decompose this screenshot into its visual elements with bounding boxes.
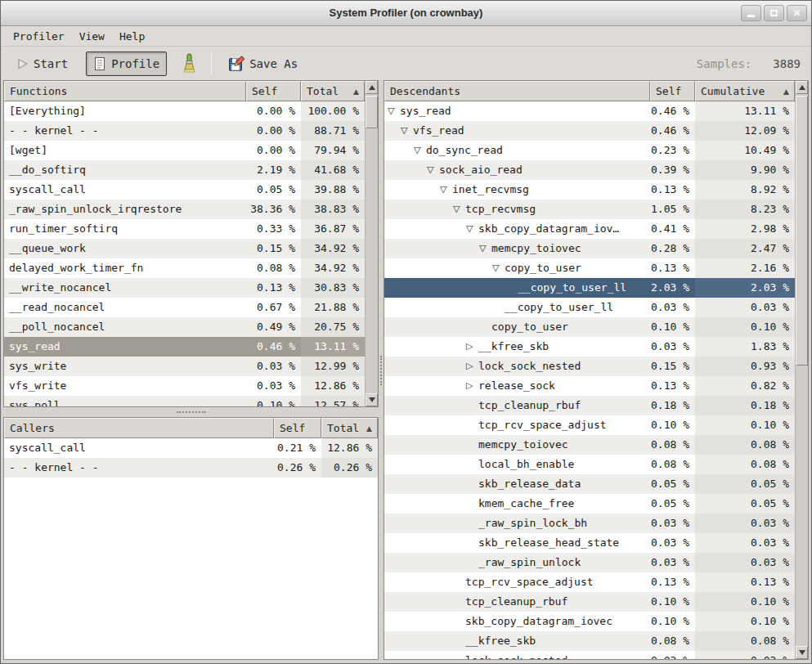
- table-row[interactable]: sys_write0.03 %12.99 %: [4, 357, 365, 376]
- tree-row[interactable]: _raw_spin_unlock0.03 %0.03 %: [384, 553, 795, 572]
- scroll-up-button[interactable]: [366, 81, 378, 94]
- profile-button[interactable]: Profile: [86, 52, 167, 76]
- expander-closed-icon[interactable]: ▷: [466, 376, 478, 396]
- tree-row[interactable]: ▽copy_to_user0.13 %2.16 %: [384, 258, 795, 278]
- table-row[interactable]: - - kernel - -0.00 %88.71 %: [4, 121, 365, 141]
- function-name-cell: __do_softirq: [4, 160, 246, 180]
- menu-profiler[interactable]: Profiler: [6, 29, 72, 44]
- table-row[interactable]: delayed_work_timer_fn0.08 %34.92 %: [4, 258, 365, 278]
- callers-header[interactable]: Callers: [4, 418, 274, 438]
- table-row[interactable]: __poll_nocancel0.49 %20.75 %: [4, 317, 365, 337]
- table-row[interactable]: __queue_work0.15 %34.92 %: [4, 239, 365, 258]
- tree-row[interactable]: ▽memcpy_toiovec0.28 %2.47 %: [384, 239, 795, 258]
- table-row[interactable]: syscall_call0.21 %12.86 %: [4, 438, 378, 458]
- tree-row[interactable]: tcp_cleanup_rbuf0.18 %0.18 %: [384, 396, 795, 415]
- expander-open-icon[interactable]: ▽: [388, 101, 400, 121]
- maximize-button[interactable]: [764, 5, 784, 21]
- scroll-down-button[interactable]: [796, 646, 808, 659]
- menu-help[interactable]: Help: [112, 29, 152, 44]
- cumulative-value: 2.47 %: [695, 239, 795, 258]
- expander-open-icon[interactable]: ▽: [453, 200, 465, 219]
- tree-row[interactable]: ▷lock_sock_nested0.15 %0.93 %: [384, 357, 795, 376]
- table-row[interactable]: [wget]0.00 %79.94 %: [4, 141, 365, 160]
- descendants-self-header[interactable]: Self: [650, 81, 695, 101]
- tree-row[interactable]: ▽skb_copy_datagram_iov…0.41 %2.98 %: [384, 219, 795, 239]
- expander-spacer: [466, 533, 478, 553]
- tree-row[interactable]: __kfree_skb0.08 %0.08 %: [384, 631, 795, 651]
- function-name-cell: memcpy_toiovec: [384, 435, 650, 455]
- tree-row[interactable]: skb_release_head_state0.03 %0.03 %: [384, 533, 795, 553]
- tree-row[interactable]: __copy_to_user_ll0.03 %0.03 %: [384, 298, 795, 317]
- functions-total-header[interactable]: Total▲: [301, 81, 365, 101]
- table-row[interactable]: _raw_spin_unlock_irqrestore38.36 %38.83 …: [4, 200, 365, 219]
- function-name: __kfree_skb: [478, 337, 549, 357]
- function-name: memcpy_toiovec: [478, 435, 568, 455]
- titlebar[interactable]: System Profiler (on crownbay) ✕: [1, 1, 811, 26]
- tree-row[interactable]: ▽sock_aio_read0.39 %9.90 %: [384, 160, 795, 180]
- descendants-cumulative-header[interactable]: Cumulative▲: [695, 81, 795, 101]
- sort-arrow-icon: ▲: [350, 87, 359, 96]
- expander-open-icon[interactable]: ▽: [414, 141, 426, 160]
- tree-row[interactable]: tcp_rcv_space_adjust0.10 %0.10 %: [384, 415, 795, 435]
- functions-self-header[interactable]: Self: [246, 81, 301, 101]
- functions-scrollbar[interactable]: [365, 81, 378, 406]
- scroll-up-button[interactable]: [796, 81, 808, 94]
- expander-open-icon[interactable]: ▽: [401, 121, 413, 141]
- tree-row[interactable]: __copy_to_user_ll2.03 %2.03 %: [384, 278, 795, 298]
- scrollbar-thumb[interactable]: [366, 96, 378, 128]
- tree-row[interactable]: skb_copy_datagram_iovec0.10 %0.10 %: [384, 612, 795, 631]
- functions-header[interactable]: Functions: [4, 81, 246, 101]
- table-row[interactable]: sys_poll0.10 %12.57 %: [4, 396, 365, 406]
- descendants-scrollbar[interactable]: [795, 81, 808, 659]
- arrow-down-icon: [799, 650, 805, 655]
- expander-closed-icon[interactable]: ▷: [466, 357, 478, 376]
- self-value: 0.00 %: [246, 141, 301, 160]
- table-row[interactable]: run_timer_softirq0.33 %36.87 %: [4, 219, 365, 239]
- expander-open-icon[interactable]: ▽: [440, 180, 452, 200]
- tree-row[interactable]: ▽do_sync_read0.23 %10.49 %: [384, 141, 795, 160]
- menu-view[interactable]: View: [72, 29, 112, 44]
- tree-row[interactable]: copy_to_user0.10 %0.10 %: [384, 317, 795, 337]
- table-row[interactable]: [Everything]0.00 %100.00 %: [4, 101, 365, 121]
- tree-row[interactable]: ▷release_sock0.13 %0.82 %: [384, 376, 795, 396]
- expander-open-icon[interactable]: ▽: [427, 160, 439, 180]
- tree-row[interactable]: lock_sock_nested0.03 %0.03 %: [384, 651, 795, 659]
- tree-row[interactable]: ▽tcp_recvmsg1.05 %8.23 %: [384, 200, 795, 219]
- expander-open-icon[interactable]: ▽: [466, 219, 478, 239]
- reset-button[interactable]: [173, 49, 204, 79]
- callers-self-header[interactable]: Self: [274, 418, 321, 438]
- table-row[interactable]: __do_softirq2.19 %41.68 %: [4, 160, 365, 180]
- tree-row[interactable]: memcpy_toiovec0.08 %0.08 %: [384, 435, 795, 455]
- tree-row[interactable]: ▽vfs_read0.46 %12.09 %: [384, 121, 795, 141]
- close-button[interactable]: ✕: [787, 5, 807, 21]
- table-row[interactable]: - - kernel - -0.26 %0.26 %: [4, 458, 378, 478]
- save-as-button[interactable]: Save As: [222, 52, 304, 76]
- expander-closed-icon[interactable]: ▷: [466, 337, 478, 357]
- start-button[interactable]: Start: [10, 53, 74, 74]
- tree-row[interactable]: skb_release_data0.05 %0.05 %: [384, 474, 795, 494]
- tree-row[interactable]: tcp_rcv_space_adjust0.13 %0.13 %: [384, 572, 795, 592]
- table-row[interactable]: __write_nocancel0.13 %30.83 %: [4, 278, 365, 298]
- callers-total-header[interactable]: Total▲: [321, 418, 378, 438]
- tree-row[interactable]: local_bh_enable0.08 %0.08 %: [384, 455, 795, 474]
- cumulative-value: 0.18 %: [695, 396, 795, 415]
- self-value: 0.13 %: [650, 376, 695, 396]
- minimize-button[interactable]: [741, 5, 761, 21]
- expander-open-icon[interactable]: ▽: [479, 239, 491, 258]
- horizontal-splitter[interactable]: [3, 407, 379, 417]
- tree-row[interactable]: ▽inet_recvmsg0.13 %8.92 %: [384, 180, 795, 200]
- tree-row[interactable]: ▷__kfree_skb0.03 %1.83 %: [384, 337, 795, 357]
- tree-row[interactable]: kmem_cache_free0.05 %0.05 %: [384, 494, 795, 514]
- tree-row[interactable]: ▽sys_read0.46 %13.11 %: [384, 101, 795, 121]
- tree-row[interactable]: tcp_cleanup_rbuf0.10 %0.10 %: [384, 592, 795, 612]
- scrollbar-thumb[interactable]: [796, 96, 808, 366]
- table-row[interactable]: syscall_call0.05 %39.88 %: [4, 180, 365, 200]
- self-value: 0.13 %: [246, 278, 301, 298]
- expander-open-icon[interactable]: ▽: [492, 258, 505, 278]
- descendants-header[interactable]: Descendants: [384, 81, 650, 101]
- table-row[interactable]: __read_nocancel0.67 %21.88 %: [4, 298, 365, 317]
- scroll-down-button[interactable]: [366, 393, 378, 406]
- tree-row[interactable]: _raw_spin_lock_bh0.03 %0.03 %: [384, 514, 795, 533]
- table-row[interactable]: sys_read0.46 %13.11 %: [4, 337, 365, 357]
- table-row[interactable]: vfs_write0.03 %12.86 %: [4, 376, 365, 396]
